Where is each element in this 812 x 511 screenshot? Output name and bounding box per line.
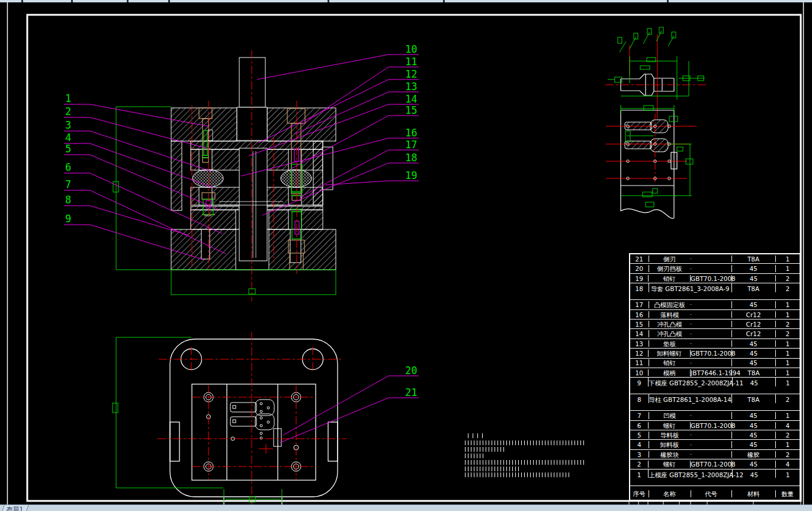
table-cell <box>691 435 731 435</box>
table-cell: 1 <box>775 301 800 308</box>
table-row: 18导套 GBT2861_3-2008A-9T8A2 <box>630 283 800 300</box>
table-cell: 45 <box>731 461 775 468</box>
table-row: 13垫板451 <box>630 339 800 349</box>
table-cell: 45 <box>732 378 775 387</box>
section-arrow <box>659 27 663 33</box>
table-cell-merged: 上模座 GBT2855_1-2008ZJA-12 <box>648 470 732 478</box>
table-cell: 18 <box>630 283 649 292</box>
table-cell: 2 <box>775 432 800 439</box>
table-cell: 名称 <box>649 490 691 497</box>
table-cell: 2 <box>775 394 800 403</box>
table-cell: 6 <box>630 422 648 429</box>
cad-application-canvas[interactable]: 123456789101112131415161718192021 21侧刃T8… <box>0 0 812 511</box>
table-row: 12卸料螺钉GBT70.1-2008451 <box>630 349 800 358</box>
table-row: 11销钉451 <box>630 359 800 368</box>
table-cell: GBT70.1-2008 <box>690 350 731 357</box>
callout-label: 18 <box>405 152 417 164</box>
leader-line <box>64 206 189 235</box>
table-cell <box>691 415 731 416</box>
table-cell: 1 <box>775 369 800 376</box>
table-cell: 橡胶 <box>731 451 775 458</box>
table-cell: 销钉 <box>648 275 690 282</box>
table-cell: T8A <box>731 394 775 403</box>
dim-text-box <box>677 147 683 151</box>
upper-die-shoe-right <box>267 108 336 141</box>
table-cell <box>691 269 731 269</box>
table-cell: GBT70.1-2008 <box>690 461 731 468</box>
table-cell: 5 <box>630 432 649 439</box>
table-row: 4卸料板451 <box>630 440 800 449</box>
table-cell: Cr12 <box>731 311 775 318</box>
table-cell: 1 <box>775 470 800 478</box>
table-cell: 螺钉 <box>648 422 690 429</box>
part-detail-view <box>605 27 706 119</box>
table-cell: 8 <box>630 394 649 403</box>
table-cell: 2 <box>630 461 648 468</box>
table-cell: 凸模固定板 <box>649 301 691 308</box>
table-cell <box>691 324 731 324</box>
table-cell: 2 <box>775 283 800 292</box>
table-cell: 45 <box>731 340 775 347</box>
dim-text-box <box>646 202 654 207</box>
table-cell: 导料板 <box>649 432 691 439</box>
layout-tab[interactable]: 布局1 <box>2 505 29 511</box>
table-cell: Cr12 <box>731 321 775 328</box>
table-row: 6螺钉GBT70.1-2008454 <box>630 421 800 430</box>
table-cell-merged: 导套 GBT2861_3-2008A-9 <box>649 283 731 292</box>
table-cell: 1 <box>630 470 648 478</box>
table-cell <box>691 334 731 334</box>
parts-list-table: 21侧刃T8A120侧刃挡板45119销钉GBT70.1-200845218导套… <box>629 253 801 501</box>
table-row: 19销钉GBT70.1-2008452 <box>630 274 800 283</box>
table-cell: 1 <box>775 340 800 347</box>
table-cell: 45 <box>731 432 775 439</box>
table-cell: 1 <box>775 265 800 272</box>
table-cell <box>691 363 731 363</box>
callout-label: 21 <box>405 387 417 398</box>
table-cell <box>691 258 731 259</box>
table-cell: 10 <box>630 369 648 376</box>
table-cell: T8A <box>731 369 775 376</box>
table-cell: 13 <box>630 340 649 347</box>
table-cell: 4 <box>630 441 649 448</box>
dim-text-box <box>644 106 653 110</box>
table-cell: 1 <box>775 412 800 419</box>
table-cell: 45 <box>731 301 775 308</box>
table-row: 17凸模固定板451 <box>630 300 800 309</box>
table-cell: JBT7646.1-1994 <box>690 369 731 376</box>
blanking-punch <box>239 148 267 261</box>
table-cell: 1 <box>775 311 800 318</box>
note-line <box>465 453 484 458</box>
table-row: 21侧刃T8A1 <box>630 254 800 264</box>
table-cell: 1 <box>775 350 800 357</box>
table-row: 1上模座 GBT2855_1-2008ZJA-12451 <box>630 470 800 486</box>
status-bar: 布局1 <box>0 504 812 511</box>
table-cell: 21 <box>630 256 649 263</box>
punch-pocket <box>199 149 212 170</box>
table-cell <box>691 343 731 344</box>
table-cell <box>691 304 731 305</box>
punch-pocket <box>288 149 301 170</box>
table-cell: 侧刃挡板 <box>649 265 691 272</box>
clamp-slot <box>170 422 179 461</box>
table-row: 9下模座 GBT2855_2-2008ZJA-11451 <box>630 378 800 394</box>
table-cell: Cr12 <box>731 330 775 337</box>
table-row: 20侧刃挡板451 <box>630 264 800 273</box>
table-cell: 11 <box>630 359 649 366</box>
callout-label: 8 <box>65 194 71 206</box>
table-cell: 冲孔凸模 <box>649 330 691 337</box>
note-line <box>465 467 520 471</box>
callout-label: 3 <box>65 119 71 131</box>
base-plate-outline <box>171 270 336 295</box>
note-line <box>465 447 505 452</box>
side-block <box>323 147 333 190</box>
callout-label: 10 <box>405 43 417 55</box>
table-row: 3橡胶块橡胶2 <box>630 450 800 459</box>
plan-view <box>113 332 346 507</box>
table-cell: 45 <box>731 275 775 282</box>
dim-text-box <box>113 403 118 413</box>
table-cell: 15 <box>630 321 649 328</box>
layout-tab-label: 布局1 <box>3 506 27 511</box>
callout-label: 7 <box>65 178 71 190</box>
table-cell: T8A <box>731 256 775 263</box>
callout-label: 17 <box>405 139 417 151</box>
